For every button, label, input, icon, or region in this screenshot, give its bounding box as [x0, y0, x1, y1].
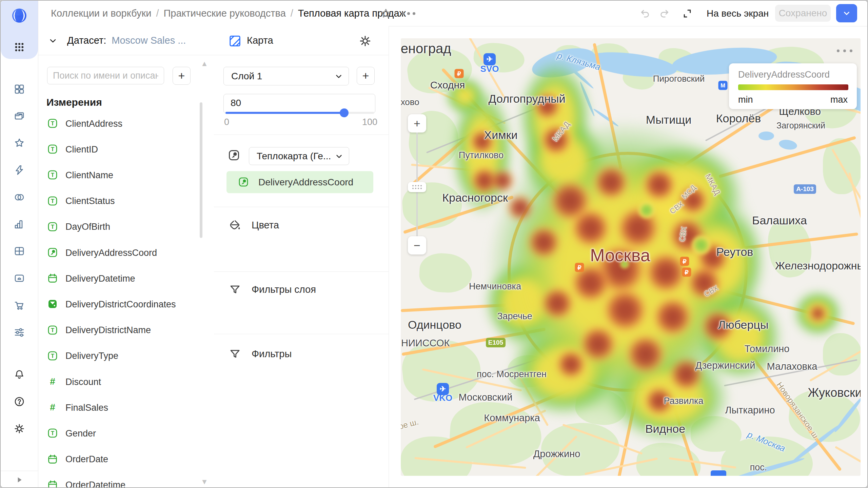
fullscreen-icon[interactable]	[682, 8, 693, 19]
undo-icon[interactable]	[639, 8, 651, 19]
field-item-FinalSales[interactable]: #FinalSales	[38, 395, 197, 421]
field-item-ClientName[interactable]: TClientName	[38, 162, 197, 188]
dashboards-icon[interactable]	[12, 243, 27, 259]
map-label: Томилино	[745, 343, 790, 354]
road-badge: М	[718, 81, 728, 90]
ruble-poi-icon: ₽	[575, 263, 584, 272]
svg-text:T: T	[51, 224, 54, 230]
svg-text:#: #	[50, 402, 55, 413]
chevron-down-icon[interactable]	[48, 36, 58, 45]
field-item-OrderDate[interactable]: OrderDate	[38, 447, 197, 472]
field-item-ClientID[interactable]: TClientID	[38, 137, 197, 162]
dataset-name-link[interactable]: Moscow Sales ...	[112, 35, 186, 46]
road-badge: А-103	[794, 184, 816, 194]
map-label: Видное	[645, 422, 685, 435]
breadcrumb-guides[interactable]: Практические руководства	[163, 8, 285, 19]
svg-text:T: T	[51, 430, 54, 437]
map-canvas[interactable]: еленоградПироговскийр. КлязьмаСходняёхов…	[401, 38, 861, 476]
field-type-number-icon: #	[47, 376, 59, 388]
field-item-DeliveryDatetime[interactable]: DeliveryDatetime	[38, 266, 197, 291]
zoom-slider-handle[interactable]	[408, 182, 426, 192]
field-item-DeliveryDistrictCoordinates[interactable]: DeliveryDistrictCoordinates	[38, 291, 197, 317]
zoom-out-button[interactable]: −	[408, 236, 426, 255]
more-menu-icon[interactable]	[400, 7, 417, 20]
favorites-star-icon[interactable]	[12, 135, 27, 151]
map-label: Дрожжино	[533, 448, 580, 460]
geolayer-type-select[interactable]: Теплокарта (Ге...	[249, 147, 349, 165]
add-layer-button[interactable]: +	[357, 67, 375, 85]
field-item-Discount[interactable]: #Discount	[38, 369, 197, 395]
opacity-slider[interactable]	[225, 112, 374, 114]
field-type-geopoint-icon	[47, 247, 59, 259]
workspaces-icon[interactable]	[12, 81, 27, 97]
settings-gear-icon[interactable]	[12, 421, 27, 436]
geofield-chip[interactable]: DeliveryAddressCoord	[226, 171, 373, 193]
saved-button[interactable]: Сохранено	[775, 5, 831, 22]
charts-icon[interactable]	[12, 217, 27, 232]
map-label: Коммунарка	[484, 412, 540, 424]
marketplace-cart-icon[interactable]	[12, 298, 27, 313]
colors-section[interactable]: Цвета	[214, 215, 389, 235]
field-item-DeliveryDistrictName[interactable]: TDeliveryDistrictName	[38, 318, 197, 343]
scroll-down-icon[interactable]: ▼	[201, 477, 208, 486]
map-label: Путилково	[459, 150, 504, 161]
redo-icon[interactable]	[658, 8, 670, 19]
chevron-down-icon	[334, 72, 343, 81]
expand-rail-icon[interactable]	[1, 471, 38, 488]
fields-scrollbar[interactable]	[200, 102, 202, 238]
funnel-icon	[229, 284, 241, 295]
lightning-icon[interactable]	[12, 162, 27, 178]
field-item-Gender[interactable]: TGender	[38, 421, 197, 446]
svg-text:T: T	[51, 327, 54, 333]
help-icon[interactable]	[12, 394, 27, 409]
map-label: Пироговский	[653, 74, 705, 84]
road-badge: Е105	[486, 338, 506, 347]
map-label: Люберцы	[718, 318, 769, 331]
funnel-icon	[229, 348, 241, 360]
map-label: ёхово	[401, 97, 419, 107]
heatmap-legend: DeliveryAddressCoord min max	[729, 63, 857, 109]
field-item-DeliveryAddressCoord[interactable]: DeliveryAddressCoord	[38, 240, 197, 266]
field-item-OrderDatetime[interactable]: OrderDatetime	[38, 472, 197, 488]
apps-grid-icon[interactable]	[12, 39, 27, 55]
search-input[interactable]	[47, 67, 164, 84]
datalens-logo[interactable]	[12, 8, 27, 23]
field-item-ClientStatus[interactable]: TClientStatus	[38, 188, 197, 214]
field-type-number-icon: #	[47, 402, 59, 413]
fullscreen-label[interactable]: На весь экран	[707, 1, 769, 26]
field-item-ClientAddress[interactable]: TClientAddress	[38, 111, 197, 137]
field-item-DayOfBirth[interactable]: TDayOfBirth	[38, 214, 197, 240]
breadcrumb-collections[interactable]: Коллекции и воркбуки	[51, 8, 151, 19]
layer-filters-section[interactable]: Фильтры слоя	[214, 279, 389, 300]
drag-dots-icon	[412, 185, 422, 189]
chevron-down-icon	[842, 9, 851, 18]
add-field-button[interactable]: +	[173, 67, 191, 85]
svg-text:T: T	[51, 198, 54, 204]
filters-section[interactable]: Фильтры	[214, 344, 389, 364]
datalens-wizard-window: Коллекции и воркбуки / Практические руко…	[0, 0, 868, 488]
opacity-max-label: 100	[362, 117, 377, 127]
notifications-bell-icon[interactable]	[12, 367, 27, 382]
services-sliders-icon[interactable]	[12, 325, 27, 340]
paint-bucket-icon	[229, 219, 241, 231]
favorite-star-icon[interactable]	[379, 7, 393, 20]
field-type-text-icon: T	[47, 118, 59, 129]
map-more-menu-icon[interactable]	[837, 48, 852, 54]
airport-icon: ✈	[437, 383, 449, 395]
connections-icon[interactable]	[12, 189, 27, 205]
scroll-up-icon[interactable]: ▲	[201, 59, 208, 68]
map-label: Немчиновка	[469, 281, 521, 292]
layer-select[interactable]: Слой 1	[223, 67, 349, 85]
map-label: Химки	[484, 128, 518, 142]
collections-icon[interactable]	[12, 108, 27, 124]
chart-settings-gear-icon[interactable]	[359, 35, 371, 47]
svg-text:T: T	[51, 353, 54, 359]
save-dropdown-button[interactable]	[836, 4, 857, 22]
map-label: ВНИИССОК	[401, 338, 450, 349]
config-title: Карта	[247, 35, 273, 46]
storage-folder-icon[interactable]	[12, 270, 27, 286]
zoom-in-button[interactable]: +	[408, 114, 426, 133]
field-item-DeliveryType[interactable]: TDeliveryType	[38, 343, 197, 369]
map-label: пос. Мосрентген	[477, 369, 547, 380]
opacity-thumb[interactable]	[340, 108, 349, 117]
